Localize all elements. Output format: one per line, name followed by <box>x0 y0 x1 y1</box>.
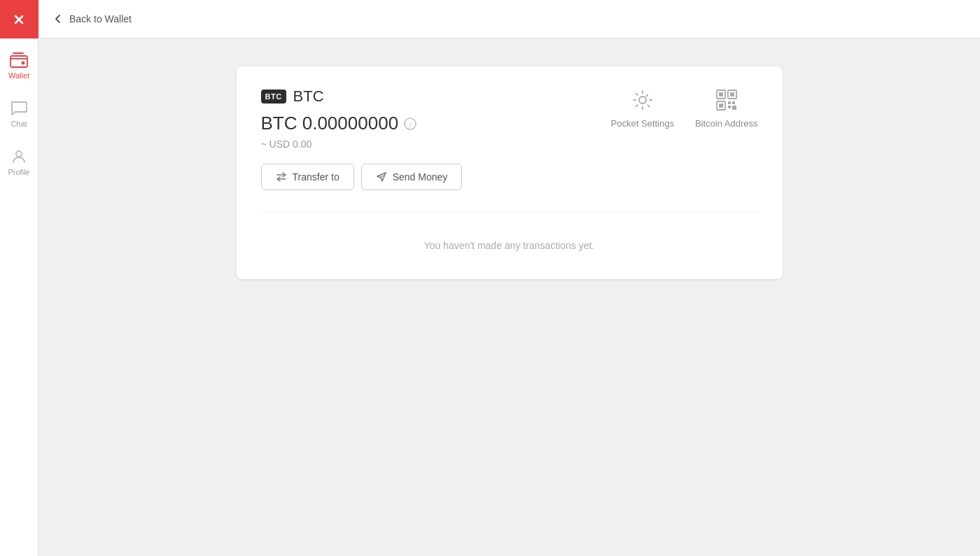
send-money-label: Send Money <box>393 171 448 183</box>
chat-icon <box>10 99 28 117</box>
bitcoin-address-button[interactable]: Bitcoin Address <box>695 87 758 129</box>
svg-point-1 <box>22 62 24 64</box>
btc-balance-value: BTC 0.00000000 <box>261 113 399 134</box>
wallet-icon <box>10 51 28 69</box>
svg-rect-13 <box>732 101 735 104</box>
sidebar-item-wallet[interactable]: Wallet <box>0 44 38 87</box>
back-label: Back to Wallet <box>69 13 132 24</box>
btc-usd-balance: ~ USD 0.00 <box>261 138 417 150</box>
sidebar-item-profile-label: Profile <box>8 168 29 176</box>
card-header: BTC BTC BTC 0.00000000 i ~ USD 0.00 <box>261 87 758 150</box>
svg-rect-14 <box>728 106 731 108</box>
content-area: BTC BTC BTC 0.00000000 i ~ USD 0.00 <box>38 38 980 556</box>
svg-rect-15 <box>732 106 736 110</box>
pocket-settings-button[interactable]: Pocket Settings <box>611 87 674 129</box>
action-buttons-row: Transfer to Send Money <box>261 164 758 190</box>
card-header-left: BTC BTC BTC 0.00000000 i ~ USD 0.00 <box>261 87 417 150</box>
sidebar-item-wallet-label: Wallet <box>8 71 29 80</box>
sidebar: Wallet Chat Profile <box>0 0 38 556</box>
profile-icon <box>10 148 28 166</box>
sidebar-item-profile[interactable]: Profile <box>0 141 38 183</box>
top-bar: Back to Wallet <box>38 0 980 38</box>
btc-currency-name: BTC <box>293 87 324 106</box>
back-button[interactable]: Back to Wallet <box>52 13 132 24</box>
gear-icon <box>630 87 655 113</box>
svg-rect-9 <box>730 92 734 97</box>
svg-point-5 <box>639 97 646 104</box>
qr-code-icon <box>714 87 739 113</box>
btc-title-row: BTC BTC <box>261 87 417 106</box>
main-area: Back to Wallet BTC BTC BTC 0.00000000 <box>38 0 980 556</box>
svg-rect-11 <box>719 104 723 108</box>
divider <box>261 211 758 212</box>
svg-rect-12 <box>728 101 731 104</box>
svg-rect-0 <box>10 56 27 67</box>
close-button[interactable] <box>0 0 38 38</box>
transfer-to-button[interactable]: Transfer to <box>261 164 354 190</box>
sidebar-item-chat[interactable]: Chat <box>0 92 38 135</box>
svg-rect-7 <box>719 92 723 97</box>
transfer-to-label: Transfer to <box>293 171 340 183</box>
sidebar-item-chat-label: Chat <box>10 120 27 128</box>
bitcoin-address-label: Bitcoin Address <box>695 118 758 129</box>
empty-state-message: You haven't made any transactions yet. <box>424 240 594 251</box>
pocket-settings-label: Pocket Settings <box>611 118 674 129</box>
svg-text:i: i <box>410 120 412 128</box>
send-money-button[interactable]: Send Money <box>361 164 463 190</box>
btc-balance: BTC 0.00000000 i <box>261 113 417 134</box>
card-header-right: Pocket Settings <box>611 87 758 129</box>
svg-point-2 <box>16 151 22 157</box>
info-icon[interactable]: i <box>404 117 416 130</box>
empty-state: You haven't made any transactions yet. <box>261 226 758 258</box>
wallet-card: BTC BTC BTC 0.00000000 i ~ USD 0.00 <box>237 66 783 279</box>
btc-badge: BTC <box>261 90 286 104</box>
